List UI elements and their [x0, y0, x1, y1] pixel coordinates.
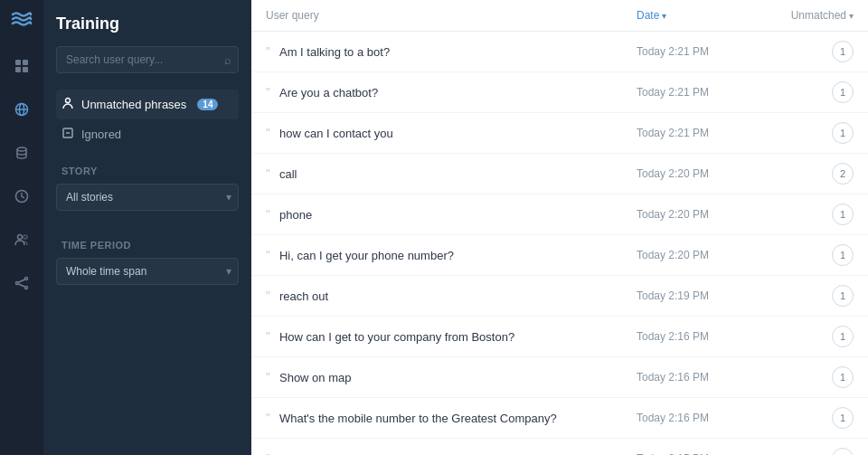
- row-date: Today 2:16 PM: [637, 412, 754, 424]
- unmatched-phrases-item[interactable]: Unmatched phrases 14: [56, 90, 239, 119]
- table-row[interactable]: " What's the mobile number? Today 2:15 P…: [251, 439, 868, 455]
- clock-nav-icon[interactable]: [9, 184, 34, 209]
- count-badge: 1: [832, 366, 854, 388]
- column-header-query: User query: [266, 9, 637, 22]
- left-panel: Training ⌕ Unmatched phrases 14 Ignored …: [43, 0, 251, 455]
- quote-icon: ": [266, 451, 270, 455]
- count-badge: 1: [832, 448, 854, 455]
- quote-icon: ": [266, 166, 270, 181]
- database-nav-icon[interactable]: [9, 140, 34, 166]
- share-nav-icon[interactable]: [9, 270, 34, 296]
- table-row[interactable]: " call Today 2:20 PM 2: [251, 154, 868, 194]
- svg-rect-2: [15, 67, 21, 72]
- svg-point-7: [17, 147, 26, 151]
- count-badge: 1: [832, 204, 854, 225]
- row-query-text: Hi, can I get your phone number?: [279, 249, 637, 262]
- story-section-label: Story: [61, 166, 239, 176]
- count-badge: 1: [832, 285, 854, 307]
- count-badge: 1: [832, 244, 854, 266]
- row-count: 1: [754, 285, 854, 307]
- svg-point-12: [16, 282, 19, 285]
- column-header-date[interactable]: Date ▾: [637, 9, 754, 22]
- svg-rect-1: [23, 60, 28, 65]
- table-row[interactable]: " how can I contact you Today 2:21 PM 1: [251, 113, 868, 154]
- row-query-text: call: [279, 167, 637, 181]
- row-date: Today 2:20 PM: [637, 208, 754, 221]
- svg-point-9: [18, 235, 23, 240]
- row-date: Today 2:21 PM: [637, 86, 754, 99]
- count-badge: 1: [832, 407, 854, 429]
- row-date: Today 2:16 PM: [637, 330, 754, 343]
- table-row[interactable]: " Show on map Today 2:16 PM 1: [251, 357, 868, 398]
- quote-icon: ": [266, 248, 270, 262]
- story-select[interactable]: All stories: [56, 184, 239, 211]
- unmatched-phrases-label: Unmatched phrases: [81, 98, 186, 111]
- row-count: 1: [754, 366, 854, 388]
- row-count: 1: [754, 448, 854, 455]
- row-query-text: Show on map: [279, 371, 637, 384]
- row-date: Today 2:21 PM: [637, 127, 754, 139]
- svg-point-16: [66, 99, 71, 103]
- column-header-unmatched[interactable]: Unmatched ▾: [754, 9, 854, 22]
- people-nav-icon[interactable]: [9, 227, 34, 252]
- row-count: 1: [754, 122, 854, 144]
- row-date: Today 2:20 PM: [637, 167, 754, 180]
- search-box: ⌕: [56, 46, 239, 73]
- table-body: " Am I talking to a bot? Today 2:21 PM 1…: [251, 32, 868, 455]
- table-row[interactable]: " phone Today 2:20 PM 1: [251, 194, 868, 235]
- page-title: Training: [56, 14, 239, 33]
- icon-sidebar: [0, 0, 43, 455]
- unmatched-sort-icon: ▾: [849, 11, 854, 21]
- person-icon: [61, 97, 74, 112]
- table-row[interactable]: " reach out Today 2:19 PM 1: [251, 276, 868, 317]
- main-content: User query Date ▾ Unmatched ▾ " Am I tal…: [251, 0, 868, 455]
- logo: [11, 11, 33, 32]
- row-query-text: phone: [279, 208, 637, 222]
- quote-icon: ": [266, 85, 270, 100]
- quote-icon: ": [266, 411, 270, 425]
- quote-icon: ": [266, 289, 270, 303]
- count-badge: 1: [832, 81, 854, 103]
- quote-icon: ": [266, 44, 270, 59]
- table-row[interactable]: " How can I get to your company from Bos…: [251, 317, 868, 357]
- table-row[interactable]: " Am I talking to a bot? Today 2:21 PM 1: [251, 32, 868, 72]
- row-count: 1: [754, 407, 854, 429]
- row-query-text: What's the mobile number?: [279, 452, 637, 456]
- table-row[interactable]: " Are you a chatbot? Today 2:21 PM 1: [251, 72, 868, 113]
- row-query-text: What's the mobile number to the Greatest…: [279, 412, 637, 425]
- time-select[interactable]: Whole time span Today Last 7 days Last 3…: [56, 258, 239, 285]
- svg-point-11: [25, 278, 28, 280]
- search-icon: ⌕: [224, 53, 231, 67]
- search-input[interactable]: [56, 46, 239, 73]
- count-badge: 2: [832, 163, 854, 185]
- svg-rect-0: [15, 60, 21, 65]
- time-select-wrapper: Whole time span Today Last 7 days Last 3…: [56, 258, 239, 285]
- time-section-label: Time period: [61, 240, 239, 251]
- row-query-text: Are you a chatbot?: [279, 86, 637, 100]
- ignored-icon: [61, 127, 74, 142]
- row-query-text: how can I contact you: [279, 127, 637, 140]
- count-badge: 1: [832, 122, 854, 144]
- row-query-text: How can I get to your company from Bosto…: [279, 330, 637, 344]
- count-badge: 1: [832, 326, 854, 347]
- svg-line-15: [19, 284, 25, 287]
- row-count: 1: [754, 244, 854, 266]
- svg-point-10: [24, 235, 27, 239]
- grid-nav-icon[interactable]: [9, 53, 34, 79]
- row-date: Today 2:19 PM: [637, 289, 754, 302]
- row-count: 1: [754, 326, 854, 347]
- story-select-wrapper: All stories ▾: [56, 184, 239, 211]
- globe-nav-icon[interactable]: [9, 97, 34, 122]
- table-row[interactable]: " Hi, can I get your phone number? Today…: [251, 235, 868, 276]
- ignored-item[interactable]: Ignored: [56, 119, 239, 149]
- row-date: Today 2:20 PM: [637, 249, 754, 261]
- row-count: 2: [754, 163, 854, 185]
- quote-icon: ": [266, 126, 270, 140]
- table-row[interactable]: " What's the mobile number to the Greate…: [251, 398, 868, 439]
- ignored-label: Ignored: [81, 128, 121, 141]
- count-badge: 1: [832, 41, 854, 62]
- date-sort-icon: ▾: [662, 11, 666, 21]
- row-query-text: Am I talking to a bot?: [279, 45, 637, 59]
- row-count: 1: [754, 204, 854, 225]
- svg-rect-3: [23, 67, 28, 72]
